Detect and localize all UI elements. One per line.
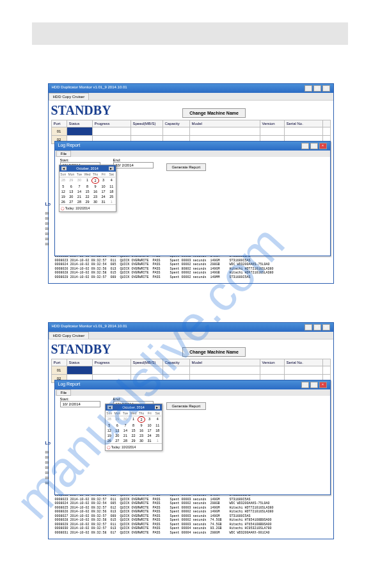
maximize-icon[interactable]: □ [310,382,318,388]
log-label: Lo [45,202,53,206]
close-icon[interactable]: × [322,85,330,92]
tab-hdd-copy[interactable]: HDD Copy Cruiser [49,332,90,339]
screenshot-1: HDD Duplicator Monitor v1.01_9 2014.10.0… [48,83,333,284]
maximize-icon[interactable]: □ [313,324,321,331]
minimize-icon[interactable]: - [301,143,309,149]
minimize-icon[interactable]: - [301,382,309,388]
col-serial: Serial No. [284,120,322,127]
col-port: Port [51,120,67,127]
minimize-icon[interactable]: - [305,85,312,92]
table-row: 01 [51,127,330,136]
maximize-icon[interactable]: □ [310,143,318,149]
side-nums: 00000000000000 [45,211,49,247]
chevron-right-icon[interactable]: ▸ [155,405,160,409]
generate-report-button[interactable]: Generate Report [166,402,207,410]
chevron-left-icon[interactable]: ◂ [61,167,67,170]
file-tab[interactable]: File [56,389,72,396]
col-capacity: Capacity [162,120,189,127]
calendar-popup-end[interactable]: ◂ October, 2014 ▸ SunMonTueWedThuFriSat … [105,404,162,451]
log-report-window: Log Report - □ × File Start: 10/ 2/2014 … [54,141,331,256]
calendar-popup-start[interactable]: ◂ October, 2014 ▸ SunMonTueWedThuFriSat … [59,165,116,212]
col-status: Status [67,120,92,127]
close-icon[interactable]: × [322,324,330,331]
log-output: 0008022 2014-10-02 09:32:56 010 QUICK OV… [51,253,331,281]
calendar-today[interactable]: Today: 10/2/2014 [65,206,90,210]
change-machine-button[interactable]: Change Machine Name [182,108,246,118]
chevron-left-icon[interactable]: ◂ [107,405,113,409]
chevron-right-icon[interactable]: ▸ [109,167,114,170]
minimize-icon[interactable]: - [305,324,312,331]
log-report-title: Log Report [58,143,81,149]
app-title: HDD Duplicator Monitor v1.01_9 2014.10.0… [52,85,127,92]
close-icon[interactable]: × [319,143,327,149]
log-label: Lo [45,441,53,445]
standby-status: STANDBY [51,342,111,357]
tab-hdd-copy[interactable]: HDD Copy Cruiser [49,93,90,100]
generate-report-button[interactable]: Generate Report [166,163,207,171]
app-title: HDD Duplicator Monitor v1.01_9 2014.10.0… [52,324,127,331]
log-report-title: Log Report [58,382,81,388]
col-model: Model [189,120,260,127]
log-report-window: Log Report - □ × File Start: 10/ 2/2014 … [54,380,331,495]
file-tab[interactable]: File [56,151,72,157]
calendar-today[interactable]: Today: 10/2/2014 [111,445,136,449]
table-row: 01 [51,366,330,375]
standby-status: STANDBY [51,103,111,118]
maximize-icon[interactable]: □ [313,85,321,92]
side-nums: 00000000000000 [45,450,49,486]
app-title-bar: HDD Duplicator Monitor v1.01_9 2014.10.0… [49,323,333,332]
end-date-input[interactable]: 10/ 2/2014 [113,162,154,168]
col-speed: Speed(MB/S) [131,120,162,127]
document-header [32,22,348,45]
col-progress: Progress [92,120,131,127]
calendar-month: October, 2014 [122,405,145,409]
log-output: 0008022 2014-10-02 09:32:56 010 QUICK OV… [51,492,331,536]
calendar-month: October, 2014 [76,167,99,170]
close-icon[interactable]: × [319,382,327,388]
col-version: Version [260,120,284,127]
screenshot-2: HDD Duplicator Monitor v1.01_9 2014.10.0… [48,322,333,539]
app-title-bar: HDD Duplicator Monitor v1.01_9 2014.10.0… [49,84,333,93]
change-machine-button[interactable]: Change Machine Name [182,347,246,357]
start-date-input[interactable]: 10/ 2/2014 [60,401,100,407]
